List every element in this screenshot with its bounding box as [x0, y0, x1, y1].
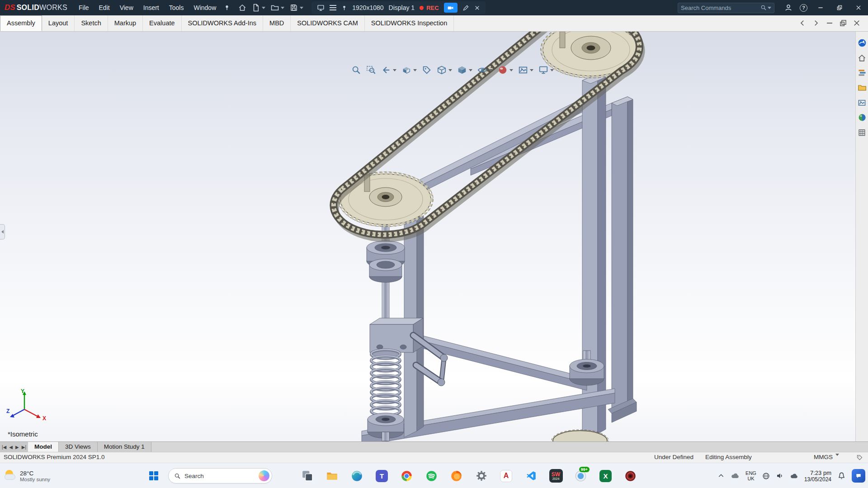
menubar-pin-icon[interactable] [224, 5, 230, 11]
tab-sketch[interactable]: Sketch [75, 15, 108, 31]
spotify-icon[interactable] [419, 465, 444, 487]
design-library-icon[interactable] [857, 68, 867, 78]
autocad-icon[interactable]: A [494, 465, 519, 487]
notification-bell-icon[interactable] [837, 472, 846, 480]
tray-expand-icon[interactable] [717, 472, 725, 479]
tab-markup[interactable]: Markup [108, 15, 143, 31]
menu-tools[interactable]: Tools [164, 0, 189, 15]
tab-motion-study[interactable]: Motion Study 1 [98, 442, 151, 452]
record-camera-button[interactable] [444, 3, 458, 13]
firefox-icon[interactable] [444, 465, 469, 487]
teams-icon[interactable]: T [369, 465, 394, 487]
start-button[interactable] [144, 467, 164, 485]
tab-scroll-last-icon[interactable]: ▶| [22, 445, 26, 450]
tray-weather-icon[interactable] [790, 472, 798, 480]
tab-assembly[interactable]: Assembly [0, 15, 42, 31]
task-pane [855, 32, 868, 441]
tab-solidworks-addins[interactable]: SOLIDWORKS Add-Ins [182, 15, 264, 31]
tab-solidworks-inspection[interactable]: SOLIDWORKS Inspection [365, 15, 454, 31]
tab-layout[interactable]: Layout [42, 15, 75, 31]
task-view-icon[interactable] [295, 465, 320, 487]
apply-scene-icon[interactable] [517, 64, 534, 76]
section-view-icon[interactable] [401, 64, 418, 76]
menu-edit[interactable]: Edit [94, 0, 115, 15]
tray-blue-app-icon[interactable] [852, 469, 865, 483]
tab-model[interactable]: Model [28, 442, 59, 452]
menu-file[interactable]: File [74, 0, 94, 15]
menu-insert[interactable]: Insert [138, 0, 164, 15]
clock[interactable]: 7:23 pm 13/05/2024 [804, 469, 831, 483]
window-close-button[interactable] [849, 0, 868, 15]
view-settings-icon[interactable] [538, 64, 555, 76]
search-commands-box[interactable]: Search Commands [678, 3, 774, 13]
solidworks-resources-icon[interactable] [857, 53, 867, 63]
tab-scroll-first-icon[interactable]: |◀ [2, 445, 6, 450]
save-button[interactable] [288, 2, 305, 13]
custom-properties-icon[interactable] [857, 127, 867, 137]
file-explorer-icon[interactable] [857, 83, 867, 93]
upper-bearing[interactable] [367, 241, 405, 282]
onedrive-cloud-icon[interactable] [731, 471, 740, 480]
network-globe-icon[interactable] [762, 472, 770, 480]
doc-minimize-icon[interactable] [826, 19, 834, 27]
window-restore-button[interactable] [830, 0, 849, 15]
home-button[interactable] [236, 2, 248, 13]
recorder-monitor-icon[interactable] [317, 4, 325, 12]
language-indicator[interactable]: ENG UK [745, 470, 756, 481]
view-palette-icon[interactable] [857, 98, 867, 108]
tab-3d-views[interactable]: 3D Views [59, 442, 98, 452]
display-style-icon[interactable] [456, 64, 473, 76]
tab-mbd[interactable]: MBD [263, 15, 291, 31]
zoom-to-fit-icon[interactable] [350, 64, 362, 76]
appearances-scenes-icon[interactable] [857, 113, 867, 122]
doc-prev-icon[interactable] [798, 19, 807, 27]
units-caret-icon[interactable] [835, 456, 839, 463]
excel-icon[interactable]: X [593, 465, 618, 487]
settings-gear-icon[interactable] [469, 465, 494, 487]
chrome-icon[interactable] [394, 465, 419, 487]
tab-evaluate[interactable]: Evaluate [143, 15, 181, 31]
chat-app-icon[interactable]: 99+ [568, 465, 593, 487]
edit-appearance-icon[interactable] [497, 64, 514, 76]
graphics-area[interactable]: Y X Z *Isometric [0, 32, 868, 441]
hide-show-items-icon[interactable] [476, 64, 494, 76]
3dexperience-marketplace-icon[interactable] [857, 38, 867, 48]
solidworks-2024-icon[interactable]: SW 2024 [543, 465, 568, 487]
doc-restore-icon[interactable] [839, 19, 847, 27]
copilot-icon[interactable] [259, 470, 269, 481]
doc-next-icon[interactable] [812, 19, 820, 27]
search-icon[interactable] [760, 5, 767, 11]
recorder-app-icon[interactable] [618, 465, 643, 487]
search-caret-icon[interactable] [768, 7, 771, 9]
doc-close-icon[interactable] [853, 19, 861, 27]
recorder-close-button[interactable] [474, 5, 480, 11]
edge-icon[interactable] [344, 465, 369, 487]
compression-spring[interactable] [370, 349, 401, 416]
file-explorer-taskbar-icon[interactable] [320, 465, 344, 487]
model-viewport[interactable] [0, 32, 868, 441]
open-button[interactable] [269, 2, 286, 13]
new-document-button[interactable] [250, 2, 267, 13]
recorder-menu-icon[interactable] [330, 5, 336, 10]
menu-window[interactable]: Window [189, 0, 221, 15]
zoom-to-area-icon[interactable] [365, 64, 377, 76]
featuremanager-flyout-tab[interactable] [0, 224, 5, 239]
window-minimize-button[interactable] [811, 0, 830, 15]
tab-solidworks-cam[interactable]: SOLIDWORKS CAM [291, 15, 365, 31]
units-selector[interactable]: MMGS [814, 454, 833, 460]
recorder-pin-icon[interactable] [341, 5, 347, 11]
previous-view-icon[interactable] [380, 64, 397, 76]
status-tag-icon[interactable] [856, 454, 863, 461]
menu-view[interactable]: View [115, 0, 138, 15]
taskbar-search[interactable]: Search [168, 468, 272, 483]
tab-scroll-prev-icon[interactable]: ◀ [9, 445, 13, 450]
view-orientation-icon[interactable] [436, 64, 453, 76]
tab-scroll-next-icon[interactable]: ▶ [15, 445, 19, 450]
volume-icon[interactable] [776, 472, 784, 480]
vscode-icon[interactable] [519, 465, 543, 487]
dynamic-annotation-views-icon[interactable] [421, 64, 433, 76]
help-icon[interactable]: ? [800, 4, 807, 12]
weather-widget[interactable]: 28°C Mostly sunny [5, 466, 50, 486]
account-icon[interactable] [784, 4, 793, 12]
recorder-annotate-button[interactable] [462, 5, 469, 11]
